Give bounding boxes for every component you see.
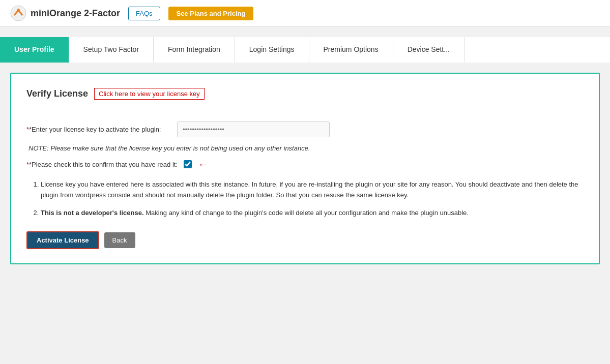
header: miniOrange 2-Factor FAQs See Plans and P… bbox=[0, 0, 610, 27]
logo-area: miniOrange 2-Factor bbox=[10, 5, 120, 21]
tab-device-settings[interactable]: Device Sett... bbox=[393, 37, 464, 63]
tab-user-profile[interactable]: User Profile bbox=[0, 37, 69, 63]
plans-pricing-button[interactable]: See Plans and Pricing bbox=[168, 7, 254, 20]
info-list: License key you have entered here is ass… bbox=[26, 179, 584, 218]
miniorange-logo-icon bbox=[10, 5, 26, 21]
license-note: NOTE: Please make sure that the license … bbox=[26, 144, 584, 152]
back-button[interactable]: Back bbox=[104, 232, 135, 248]
svg-point-0 bbox=[11, 6, 26, 21]
confirm-checkbox-row: **Please check this to confirm that you … bbox=[26, 159, 584, 169]
license-key-label: **Enter your license key to activate the… bbox=[26, 126, 169, 133]
svg-point-1 bbox=[17, 9, 20, 12]
verify-license-title: Verify License bbox=[26, 88, 88, 99]
button-row: Activate License Back bbox=[26, 231, 584, 249]
verify-license-card: Verify License Click here to view your l… bbox=[10, 73, 600, 264]
confirm-checkbox[interactable] bbox=[184, 160, 192, 168]
tab-bar: User Profile Setup Two Factor Form Integ… bbox=[0, 37, 610, 63]
verify-license-header: Verify License Click here to view your l… bbox=[26, 88, 584, 100]
app-title: miniOrange 2-Factor bbox=[31, 8, 120, 19]
info-item-2: This is not a developer's license. Makin… bbox=[41, 208, 584, 219]
tab-form-integration[interactable]: Form Integration bbox=[154, 37, 235, 63]
info-item-1: License key you have entered here is ass… bbox=[41, 179, 584, 201]
faqs-button[interactable]: FAQs bbox=[128, 7, 160, 20]
license-key-row: **Enter your license key to activate the… bbox=[26, 122, 584, 137]
tab-premium-options[interactable]: Premium Options bbox=[309, 37, 393, 63]
main-content: Verify License Click here to view your l… bbox=[0, 63, 610, 275]
confirm-label: **Please check this to confirm that you … bbox=[26, 161, 178, 168]
arrow-icon: ← bbox=[198, 159, 208, 169]
divider bbox=[26, 110, 584, 110]
license-key-input[interactable] bbox=[177, 122, 330, 137]
activate-license-button[interactable]: Activate License bbox=[26, 231, 99, 249]
tab-setup-two-factor[interactable]: Setup Two Factor bbox=[69, 37, 154, 63]
view-license-key-link[interactable]: Click here to view your license key bbox=[94, 88, 205, 100]
tab-login-settings[interactable]: Login Settings bbox=[235, 37, 309, 63]
